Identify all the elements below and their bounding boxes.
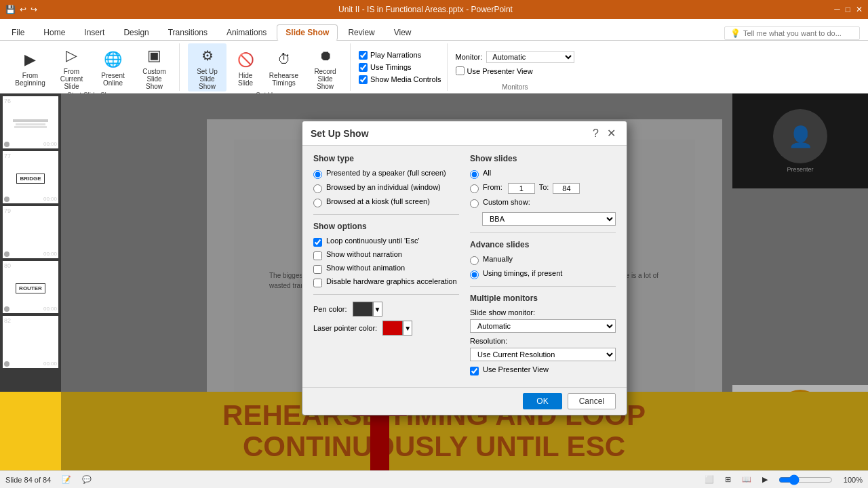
laser-color-button[interactable]	[382, 321, 403, 336]
loop-input[interactable]	[313, 238, 322, 247]
dialog-right: Show slides All From: To:	[470, 154, 616, 379]
all-slides-radio[interactable]: All	[470, 169, 616, 179]
rehearse-button[interactable]: ⏱ Rehearse Timings	[264, 47, 303, 88]
ribbon-tabs: File Home Insert Design Transitions Anim…	[0, 19, 868, 41]
timings-input[interactable]	[470, 270, 479, 279]
dialog-help-button[interactable]: ?	[593, 127, 599, 140]
laser-label: Laser pointer color:	[313, 324, 377, 332]
cancel-button[interactable]: Cancel	[568, 393, 616, 409]
manually-input[interactable]	[470, 256, 479, 265]
tab-home[interactable]: Home	[35, 24, 74, 40]
speaker-radio-input[interactable]	[313, 170, 322, 179]
comments-button[interactable]: 💬	[82, 475, 92, 484]
use-timings-label: Use Timings	[370, 63, 412, 71]
all-slides-input[interactable]	[470, 170, 479, 179]
monitor-select[interactable]: Automatic	[486, 51, 574, 63]
set-up-show-button[interactable]: ⚙ Set Up Slide Show	[188, 43, 226, 92]
from-current-icon: ▷	[61, 45, 83, 66]
from-slides-input[interactable]	[470, 184, 479, 193]
presenter-view-dialog-input[interactable]	[470, 367, 479, 375]
slide-thumb-82[interactable]: 82 00:00	[3, 316, 58, 368]
resolution-select[interactable]: Use Current Resolution	[470, 348, 616, 361]
tab-animations[interactable]: Animations	[218, 24, 275, 40]
timings-label: Using timings, if present	[483, 269, 562, 277]
presenter-view-input[interactable]	[456, 66, 465, 75]
no-animation-label: Show without animation	[326, 264, 405, 272]
slide-thumb-79[interactable]: 79 00:00	[3, 206, 58, 258]
play-narrations-checkbox[interactable]: Play Narrations	[359, 50, 441, 60]
from-slides-radio[interactable]: From: To:	[470, 183, 616, 194]
search-input[interactable]	[743, 29, 854, 37]
slide-monitor-select[interactable]: Automatic	[470, 319, 616, 333]
individual-radio-input[interactable]	[313, 184, 322, 193]
slide-thumb-77[interactable]: 77 BRIDGE 00:00	[3, 151, 58, 203]
custom-show-button[interactable]: ▣ Custom Slide Show	[135, 43, 174, 92]
kiosk-radio-input[interactable]	[313, 199, 322, 207]
to-input[interactable]	[553, 183, 580, 194]
no-animation-input[interactable]	[313, 265, 322, 274]
presenter-view-dialog-checkbox[interactable]: Use Presenter View	[470, 365, 616, 375]
play-narrations-input[interactable]	[359, 51, 368, 60]
minimize-icon[interactable]: ─	[834, 5, 840, 14]
multiple-monitors-title: Multiple monitors	[470, 293, 616, 303]
ok-button[interactable]: OK	[523, 393, 561, 409]
maximize-icon[interactable]: □	[846, 5, 850, 14]
tab-view[interactable]: View	[385, 24, 420, 40]
speaker-radio[interactable]: Presented by a speaker (full screen)	[313, 169, 459, 179]
tab-review[interactable]: Review	[339, 24, 383, 40]
dialog-overlay: Set Up Show ? ✕ Show type Presented by	[61, 94, 868, 470]
view-slideshow[interactable]: ▶	[762, 475, 768, 484]
zoom-slider[interactable]	[778, 474, 833, 485]
view-slide-sorter[interactable]: ⊞	[725, 475, 731, 484]
slide-thumb-80[interactable]: 80 ROUTER 00:00	[3, 261, 58, 313]
present-online-button[interactable]: 🌐 Present Online	[94, 47, 132, 88]
custom-show-radio[interactable]: Custom show:	[470, 198, 616, 208]
zoom-level: 100%	[844, 476, 863, 484]
use-timings-checkbox[interactable]: Use Timings	[359, 62, 441, 73]
custom-show-label: Custom Slide Show	[139, 68, 170, 90]
no-hardware-checkbox[interactable]: Disable hardware graphics acceleration	[313, 277, 459, 287]
laser-color-dropdown[interactable]: ▼	[403, 321, 412, 336]
view-normal[interactable]: ⬜	[705, 475, 714, 484]
dialog-close-button[interactable]: ✕	[604, 127, 618, 140]
advance-slides-title: Advance slides	[470, 240, 616, 249]
no-narration-input[interactable]	[313, 251, 322, 260]
tab-file[interactable]: File	[3, 24, 33, 40]
tab-transitions[interactable]: Transitions	[159, 24, 216, 40]
from-current-button[interactable]: ▷ From Current Slide	[52, 43, 91, 92]
notes-button[interactable]: 📝	[62, 475, 71, 484]
save-icon[interactable]: 💾	[5, 5, 16, 14]
loop-checkbox[interactable]: Loop continuously until 'Esc'	[313, 237, 459, 247]
slide-thumb-76[interactable]: 76 00:00	[3, 96, 58, 148]
hide-slide-button[interactable]: 🚫 Hide Slide	[229, 47, 262, 88]
pen-color-button[interactable]	[353, 302, 373, 317]
custom-show-input[interactable]	[470, 199, 479, 208]
individual-radio[interactable]: Browsed by an individual (window)	[313, 183, 459, 193]
redo-icon[interactable]: ↪	[31, 5, 37, 14]
to-label: To:	[539, 183, 549, 191]
no-hardware-input[interactable]	[313, 279, 322, 287]
pen-color-dropdown[interactable]: ▼	[373, 302, 382, 317]
kiosk-radio[interactable]: Browsed at a kiosk (full screen)	[313, 197, 459, 207]
search-icon: 💡	[730, 28, 741, 38]
show-controls-input[interactable]	[359, 75, 368, 84]
slide-thumb-preview-76	[4, 106, 57, 141]
tab-design[interactable]: Design	[115, 24, 157, 40]
tab-insert[interactable]: Insert	[75, 24, 113, 40]
presenter-view-checkbox[interactable]: Use Presenter View	[456, 66, 575, 76]
no-animation-checkbox[interactable]: Show without animation	[313, 264, 459, 274]
undo-icon[interactable]: ↩	[20, 5, 26, 14]
no-hardware-label: Disable hardware graphics acceleration	[326, 277, 457, 285]
tab-slideshow[interactable]: Slide Show	[277, 24, 338, 41]
timings-radio[interactable]: Using timings, if present	[470, 269, 616, 279]
from-input[interactable]	[508, 183, 535, 194]
use-timings-input[interactable]	[359, 63, 368, 72]
custom-show-select[interactable]: BBA	[482, 212, 616, 226]
view-reading[interactable]: 📖	[742, 475, 751, 484]
no-narration-checkbox[interactable]: Show without narration	[313, 250, 459, 260]
show-controls-checkbox[interactable]: Show Media Controls	[359, 75, 441, 85]
close-icon[interactable]: ✕	[856, 5, 863, 14]
manually-radio[interactable]: Manually	[470, 255, 616, 265]
from-beginning-button[interactable]: ▶ From Beginning	[11, 47, 50, 88]
record-button[interactable]: ⏺ Record Slide Show	[306, 43, 344, 92]
